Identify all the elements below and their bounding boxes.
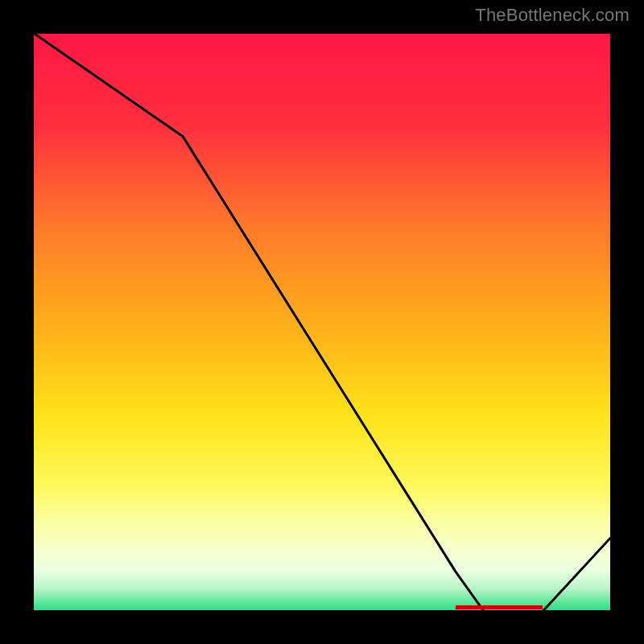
bottleneck-line-layer <box>32 32 612 612</box>
recommended-range-marker <box>456 605 543 609</box>
attribution-text: TheBottleneck.com <box>475 5 630 26</box>
plot-area <box>32 32 612 612</box>
bottleneck-curve <box>32 32 612 612</box>
plot-inner <box>32 32 612 612</box>
